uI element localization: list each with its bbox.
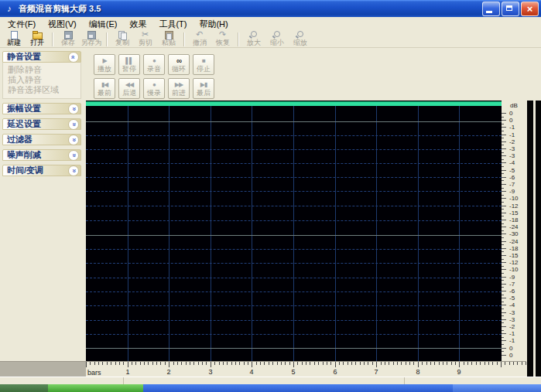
db-tick-label: -6 [509,175,515,181]
toolbar-zoom-in-button[interactable]: 放大 [242,31,265,47]
toolbar-save-button[interactable]: 保存 [56,31,80,47]
bar-tick [439,362,440,365]
transport-go-end-button[interactable]: ▶▮最后 [193,78,214,99]
bar-tick [156,362,157,365]
db-tick-minor [502,152,504,153]
bar-tick [351,362,352,365]
transport-go-start-button[interactable]: ▮◀最前 [94,78,115,99]
bars-ruler[interactable]: bars 123456789 [86,361,526,377]
bar-tick [368,362,368,365]
bar-tick [413,362,414,365]
toolbar-copy-button[interactable]: 复制 [111,31,134,47]
taskbar-start-edge [0,384,48,392]
panel-header-silence-settings[interactable]: 静音设置» [2,51,81,63]
bar-tick [148,362,149,365]
toolbar-zoom-out-button[interactable]: 缩小 [265,31,289,47]
expand-chevron-icon[interactable]: » [68,165,79,176]
expand-chevron-icon[interactable]: » [68,150,79,161]
bar-tick [235,362,236,365]
sidebar-panel-delay-settings: 延迟设置» [2,118,81,130]
toolbar-saveas-button[interactable]: 另存为 [80,31,103,47]
taskbar-window-button[interactable] [453,384,541,392]
grid-vline [252,106,252,361]
bar-tick [476,362,477,365]
panel-title: 振幅设置 [7,103,68,114]
panel-header-time-pitch[interactable]: 时间/变调» [2,165,81,176]
bar-tick [169,362,169,367]
bar-tick [343,362,344,365]
menu-item-file[interactable]: 文件(F) [2,17,42,32]
transport-slow-record-button[interactable]: ●慢录 [143,78,165,99]
db-tick-minor [502,180,504,181]
grid-hline [86,191,502,192]
menu-item-edit[interactable]: 编辑(E) [83,17,124,32]
bar-tick [269,362,269,365]
taskbar-start-button[interactable] [48,384,143,392]
db-tick-label: -18 [509,217,519,223]
toolbar-redo-button[interactable]: 恢复 [211,31,235,47]
panel-header-amplitude-settings[interactable]: 振幅设置» [2,103,81,114]
db-tick-minor [502,237,504,238]
transport-rewind-button[interactable]: ◀◀后退 [118,78,140,99]
restore-button[interactable] [502,2,519,16]
bar-tick [497,362,498,365]
transport-forward-button[interactable]: ▶▶前进 [168,78,190,99]
expand-chevron-icon[interactable]: » [68,135,79,145]
transport-record-button[interactable]: ●录音 [143,54,165,75]
toolbar-new-button[interactable]: 新建 [2,31,26,47]
bar-tick [239,362,240,365]
transport-row: ▮◀最前◀◀后退●慢录▶▶前进▶▮最后 [94,78,217,99]
db-tick-label: -12 [509,203,519,210]
transport-play-button[interactable]: ▶播放 [94,54,115,75]
sidebar-panel-noise-reduction: 噪声削减» [2,149,81,161]
db-tick-minor [502,330,504,331]
bar-tick [173,362,174,365]
menu-item-tools[interactable]: 工具(T) [152,17,193,32]
bar-tick [348,362,348,365]
transport-loop-button[interactable]: ∞循环 [168,54,190,75]
db-tick [502,355,506,356]
db-tick-label: -7 [509,281,515,288]
transport-pause-button[interactable]: ▌▌暂停 [118,54,140,75]
toolbar-undo-button[interactable]: 撤消 [188,31,211,47]
db-tick [502,148,506,149]
panel-item[interactable]: 删除静音 [3,65,80,75]
bar-tick [455,362,456,365]
bar-tick [272,362,273,365]
transport-controls: ▶播放▌▌暂停●录音∞循环■停止▮◀最前◀◀后退●慢录▶▶前进▶▮最后 [94,54,217,102]
bar-number: 7 [374,368,378,376]
bar-tick [144,362,145,365]
waveform-area[interactable] [86,101,502,361]
toolbar-zoom-fit-button[interactable]: 缩放 [289,31,312,47]
db-tick [502,113,506,114]
right-panel-strip-2 [536,101,541,377]
bar-tick [256,362,257,365]
db-tick-label: -2 [509,139,515,145]
db-tick [502,248,506,249]
expand-chevron-icon[interactable]: » [68,104,79,114]
minimize-button[interactable] [482,2,500,16]
expand-chevron-icon[interactable]: » [68,119,79,130]
bar-tick [160,362,161,365]
menu-item-view[interactable]: 视图(V) [42,17,83,32]
db-tick [502,298,506,298]
collapse-chevron-icon[interactable]: » [68,52,79,63]
toolbar-open-button[interactable]: 打开 [26,31,49,47]
bar-tick [488,362,489,365]
db-tick-minor [502,251,504,252]
panel-header-filters[interactable]: 过滤器» [2,134,81,145]
toolbar-cut-button[interactable]: 剪切 [134,31,157,47]
transport-stop-button[interactable]: ■停止 [193,54,214,75]
bar-tick [426,362,427,365]
bar-tick [443,362,443,365]
panel-header-noise-reduction[interactable]: 噪声削减» [2,149,81,161]
db-tick-minor [502,287,504,288]
toolbar-paste-button[interactable]: 粘贴 [157,31,180,47]
status-bar [0,377,541,384]
panel-header-delay-settings[interactable]: 延迟设置» [2,118,81,130]
panel-item[interactable]: 静音选择区域 [3,85,80,95]
panel-item[interactable]: 插入静音 [3,75,80,85]
close-button[interactable]: × [521,2,539,16]
toolbar: 新建打开保存另存为复制剪切粘贴撤消恢复放大缩小缩放 [0,31,541,48]
db-tick-minor [502,138,504,138]
